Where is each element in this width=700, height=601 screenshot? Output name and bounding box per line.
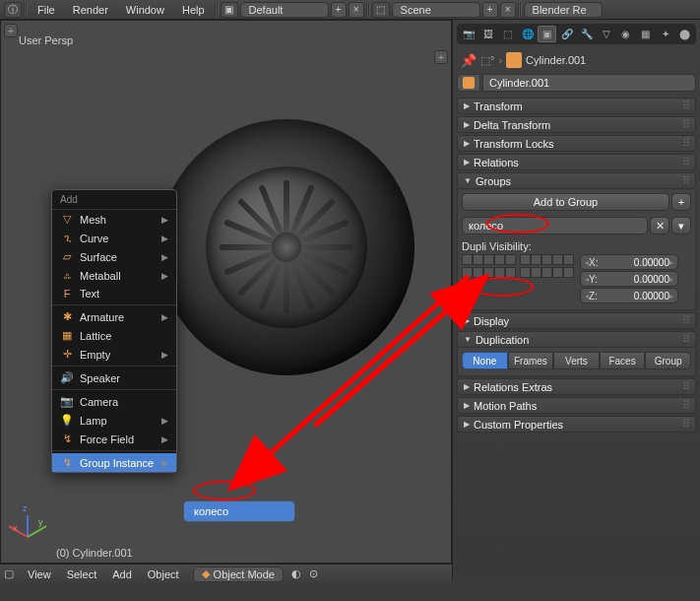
pin-icon[interactable]: 📌	[461, 53, 477, 68]
metaball-icon: ஃ	[60, 269, 74, 282]
object-name-input[interactable]	[482, 74, 696, 92]
panel-delta-transform-header[interactable]: ▶Delta Transform⠿	[457, 116, 696, 133]
info-icon[interactable]: ⓘ	[4, 2, 22, 18]
panel-duplication-header[interactable]: ▼ Duplication ⠿	[457, 331, 696, 348]
add-menu-mesh[interactable]: ▽Mesh▶	[52, 210, 176, 229]
panel-transform-locks-header[interactable]: ▶Transform Locks⠿	[457, 135, 696, 152]
panel-motion-paths-header[interactable]: ▶Motion Paths⠿	[457, 397, 696, 414]
menu-file[interactable]: File	[30, 2, 63, 18]
shading-icon[interactable]: ◐	[291, 568, 301, 580]
add-menu-curve[interactable]: ጊCurve▶	[52, 229, 176, 247]
tab-object[interactable]: ▣	[538, 26, 556, 42]
submenu-item-koleso[interactable]: колесо	[184, 501, 294, 521]
tab-world[interactable]: 🌐	[518, 26, 537, 42]
add-menu-text[interactable]: FText	[52, 285, 176, 302]
tab-physics[interactable]: ⬤	[675, 26, 694, 42]
add-menu-group-instance[interactable]: ↯Group Instance▶	[52, 453, 176, 472]
panel-custom-properties-header[interactable]: ▶Custom Properties⠿	[457, 416, 696, 433]
add-menu-empty[interactable]: ✛Empty▶	[52, 345, 176, 364]
scene-dropdown-icon[interactable]: ⬚	[372, 2, 390, 18]
offset-y-field[interactable]: ◂Y:0.00000▸	[580, 271, 678, 287]
offset-z-field[interactable]: ◂Z:0.00000▸	[580, 288, 678, 303]
panel-transform-header[interactable]: ▶Transform⠿	[457, 98, 696, 114]
datablock-icon[interactable]	[457, 74, 480, 92]
add-menu-armature[interactable]: ✱Armature▶	[52, 307, 176, 326]
editor-type-icon[interactable]: ▢	[4, 568, 14, 580]
chevron-right-icon: ▶	[161, 434, 168, 444]
dupli-verts-button[interactable]: Verts	[553, 352, 600, 369]
panel-groups-title: Groups	[476, 175, 511, 187]
tab-particles[interactable]: ✦	[656, 26, 674, 42]
vp-menu-object[interactable]: Object	[142, 567, 185, 582]
tab-modifiers[interactable]: 🔧	[577, 26, 596, 42]
lattice-icon: ▦	[60, 329, 74, 342]
dupli-faces-button[interactable]: Faces	[600, 352, 646, 369]
grip-icon: ⠿	[682, 156, 689, 168]
axis-gizmo: z y x	[15, 507, 48, 541]
add-menu-camera[interactable]: 📷Camera	[52, 392, 176, 411]
grip-icon: ⠿	[682, 399, 689, 412]
vp-menu-add[interactable]: Add	[106, 567, 138, 582]
remove-group-button[interactable]: ✕	[650, 217, 669, 234]
vp-menu-view[interactable]: View	[22, 567, 57, 582]
group-name-input[interactable]	[462, 217, 648, 234]
panel-display-title: Display	[474, 315, 509, 327]
add-menu-popup: Add ▽Mesh▶ጊCurve▶▱Surface▶ஃMetaball▶FTex…	[51, 189, 177, 473]
engine-field[interactable]: Blender Re	[524, 2, 603, 18]
separator	[366, 2, 370, 18]
layout-field[interactable]: Default	[240, 2, 329, 18]
caret-right-icon: ▶	[464, 382, 470, 391]
panel-duplication-title: Duplication	[476, 334, 529, 346]
chevron-right-icon: ▶	[161, 234, 168, 243]
caret-down-icon: ▼	[464, 176, 472, 185]
hub	[272, 233, 301, 262]
tab-constraints[interactable]: 🔗	[557, 26, 576, 42]
add-menu-lattice[interactable]: ▦Lattice	[52, 326, 176, 345]
panel-display-header[interactable]: ▶Display⠿	[457, 312, 696, 329]
panel-groups-header[interactable]: ▼ Groups ⠿	[457, 172, 696, 189]
dupli-group-button[interactable]: Group	[645, 352, 691, 369]
panel-relations-extras-header[interactable]: ▶Relations Extras⠿	[457, 378, 696, 395]
panel-duplication: ▼ Duplication ⠿ NoneFramesVertsFacesGrou…	[457, 331, 696, 376]
tab-scene[interactable]: ⬚	[498, 26, 517, 42]
region-toggle-left[interactable]: +	[4, 24, 18, 37]
tab-render-layers[interactable]: 🖼	[478, 26, 497, 42]
panel-relations-header[interactable]: ▶Relations⠿	[457, 154, 696, 170]
layer-grid[interactable]	[462, 254, 574, 303]
menu-render[interactable]: Render	[65, 2, 116, 18]
group-specials-button[interactable]: ▾	[671, 217, 691, 234]
offset-x-field[interactable]: ◂X:0.00000▸	[580, 254, 678, 270]
vp-menu-select[interactable]: Select	[61, 567, 103, 582]
dupli-frames-button[interactable]: Frames	[508, 352, 554, 369]
add-menu-metaball[interactable]: ஃMetaball▶	[52, 266, 176, 285]
add-menu-title: Add	[52, 190, 176, 210]
add-menu-force-field[interactable]: ↯Force Field▶	[52, 430, 176, 448]
add-menu-lamp[interactable]: 💡Lamp▶	[52, 411, 176, 430]
viewport-header: ▢ View Select Add Object ◆ Object Mode ◐…	[0, 564, 452, 583]
chevron-right-icon: ▶	[161, 416, 168, 426]
add-to-group-button[interactable]: Add to Group	[462, 193, 669, 211]
tab-texture[interactable]: ▦	[636, 26, 655, 42]
tab-render[interactable]: 📷	[459, 26, 477, 42]
region-toggle-right[interactable]: +	[434, 50, 448, 64]
add-menu-speaker[interactable]: 🔊Speaker	[52, 368, 176, 387]
layout-remove-button[interactable]: ×	[349, 2, 364, 18]
group-instance-submenu: колесо	[183, 501, 295, 522]
tab-data[interactable]: ▽	[597, 26, 615, 42]
pivot-icon[interactable]: ⊙	[309, 568, 318, 580]
menu-help[interactable]: Help	[174, 2, 213, 18]
mode-selector[interactable]: ◆ Object Mode	[193, 567, 284, 582]
separator	[215, 2, 219, 18]
tab-material[interactable]: ◉	[616, 26, 635, 42]
layout-add-button[interactable]: +	[331, 2, 347, 18]
menu-window[interactable]: Window	[118, 2, 172, 18]
add-group-plus-button[interactable]: +	[671, 193, 691, 211]
chevron-right-icon: ▶	[161, 215, 168, 225]
add-menu-surface[interactable]: ▱Surface▶	[52, 247, 176, 266]
scene-field[interactable]: Scene	[392, 2, 480, 18]
scene-add-button[interactable]: +	[482, 2, 498, 18]
layout-dropdown-icon[interactable]: ▣	[221, 2, 238, 18]
viewport-column: User Persp + + z y x (0) Cylinder.001 ▢	[0, 20, 452, 581]
scene-remove-button[interactable]: ×	[500, 2, 516, 18]
dupli-none-button[interactable]: None	[462, 352, 508, 369]
